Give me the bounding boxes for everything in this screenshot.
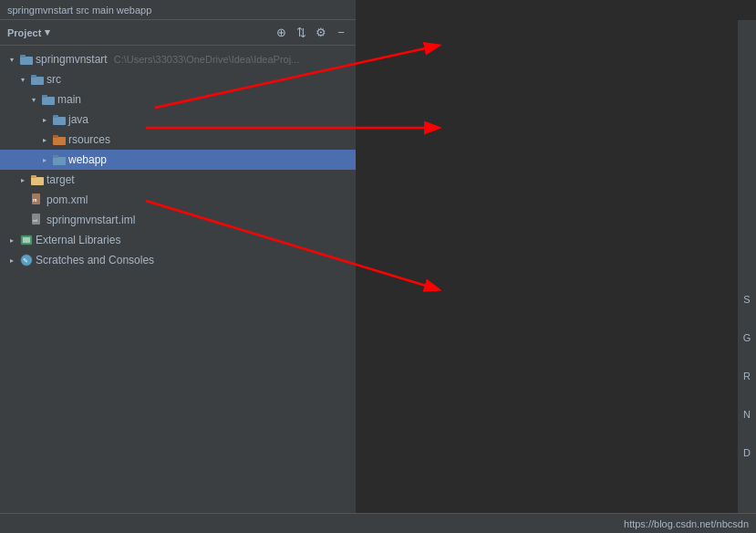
tree-item-springmvnstart[interactable]: springmvnstart C:\Users\33033\OneDrive\I…	[0, 49, 356, 69]
panel-header: Project ▾ ⊕ ⇅ ⚙ −	[0, 20, 356, 46]
label-main: main	[57, 93, 81, 106]
svg-rect-7	[53, 115, 58, 118]
tree-item-java[interactable]: java	[0, 110, 356, 130]
title-bar: springmvnstart src main webapp	[0, 0, 356, 20]
side-letter-d[interactable]: D	[743, 447, 751, 458]
tree-item-pom-xml[interactable]: m pom.xml	[0, 190, 356, 210]
minimize-icon[interactable]: −	[334, 26, 348, 40]
folder-icon-main	[42, 94, 55, 105]
arrow-main	[28, 94, 39, 105]
folder-icon-webapp	[53, 154, 66, 165]
panel-header-right: ⊕ ⇅ ⚙ −	[274, 26, 348, 40]
side-letter-r[interactable]: R	[743, 371, 751, 381]
title-bar-text: springmvnstart src main webapp	[7, 5, 151, 16]
svg-rect-12	[31, 177, 44, 185]
svg-text:iml: iml	[33, 218, 37, 223]
arrows-icon[interactable]: ⇅	[294, 26, 308, 40]
panel-header-left: Project ▾	[7, 26, 50, 38]
svg-rect-13	[31, 175, 36, 178]
svg-rect-9	[53, 135, 58, 138]
svg-rect-10	[53, 157, 66, 165]
tree-item-scratches[interactable]: ✎ Scratches and Consoles	[0, 250, 356, 270]
ext-libs-icon	[20, 234, 33, 246]
label-src: src	[47, 73, 61, 86]
label-iml: springmvnstart.iml	[47, 214, 135, 226]
svg-text:m: m	[33, 197, 37, 203]
svg-rect-1	[20, 55, 26, 57]
svg-rect-5	[42, 95, 47, 98]
tree-item-main[interactable]: main	[0, 89, 356, 110]
scratches-icon: ✎	[20, 254, 33, 266]
label-target: target	[47, 173, 75, 186]
label-springmvnstart: springmvnstart	[36, 53, 108, 66]
gear-icon[interactable]: ⚙	[314, 26, 328, 40]
svg-text:✎: ✎	[23, 257, 28, 264]
folder-icon-rsources	[53, 134, 66, 145]
label-java: java	[68, 113, 88, 126]
panel-title: Project	[7, 27, 41, 38]
svg-rect-4	[42, 97, 55, 105]
arrow-springmvnstart	[6, 54, 17, 65]
status-url: https://blog.csdn.net/nbcsdn	[624, 518, 749, 529]
arrow-src	[17, 74, 28, 85]
arrow-webapp	[39, 154, 50, 165]
label-ext-libs: External Libraries	[36, 234, 120, 246]
arrow-target	[17, 174, 28, 185]
svg-rect-11	[53, 155, 58, 158]
folder-icon-src	[31, 74, 44, 85]
label-rsources: rsources	[68, 133, 110, 146]
add-icon[interactable]: ⊕	[274, 26, 288, 40]
main-area	[356, 20, 756, 533]
side-letter-s[interactable]: S	[743, 294, 750, 305]
arrow-rsources	[39, 134, 50, 145]
project-path: C:\Users\33033\OneDrive\Idea\IdeaProj...	[114, 54, 300, 65]
tree-item-src[interactable]: src	[0, 69, 356, 89]
file-icon-pom: m	[31, 193, 44, 206]
sidebar: Project ▾ ⊕ ⇅ ⚙ − springmvnst	[0, 20, 356, 533]
svg-rect-8	[53, 137, 66, 145]
svg-rect-3	[31, 75, 36, 78]
status-bar: https://blog.csdn.net/nbcsdn	[0, 513, 756, 533]
svg-rect-2	[31, 77, 44, 85]
label-webapp: webapp	[68, 153, 107, 166]
panel-dropdown-icon[interactable]: ▾	[45, 26, 50, 38]
label-pom-xml: pom.xml	[47, 193, 88, 206]
arrow-ext-libs	[6, 235, 17, 246]
project-icon	[20, 54, 33, 65]
side-letters: S G R N D	[738, 20, 756, 533]
project-tree: springmvnstart C:\Users\33033\OneDrive\I…	[0, 46, 356, 533]
tree-item-rsources[interactable]: rsources	[0, 130, 356, 150]
side-letter-n[interactable]: N	[743, 409, 751, 420]
tree-item-ext-libs[interactable]: External Libraries	[0, 230, 356, 250]
svg-rect-0	[20, 57, 33, 65]
tree-item-target[interactable]: target	[0, 170, 356, 190]
side-letter-g[interactable]: G	[743, 332, 751, 343]
arrow-java	[39, 114, 50, 125]
arrow-scratches	[6, 255, 17, 266]
tree-item-iml[interactable]: iml springmvnstart.iml	[0, 210, 356, 230]
folder-icon-target	[31, 174, 44, 185]
tree-item-webapp[interactable]: webapp	[0, 150, 356, 170]
folder-icon-java	[53, 114, 66, 125]
file-icon-iml: iml	[31, 214, 44, 226]
label-scratches: Scratches and Consoles	[36, 254, 154, 266]
svg-rect-6	[53, 117, 66, 125]
